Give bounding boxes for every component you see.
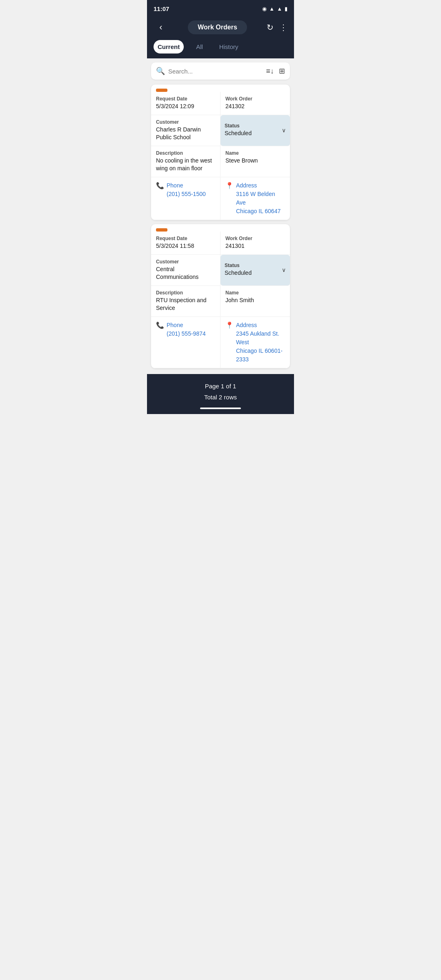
work-order-label: Work Order — [225, 96, 285, 102]
description-label: Description — [156, 150, 215, 156]
status-value-2: Scheduled — [225, 269, 252, 277]
filter-button[interactable]: ≡↓ — [266, 67, 274, 76]
customer-cell: Customer Charles R Darwin Public School — [151, 115, 220, 146]
status-cell-2[interactable]: Status Scheduled ∨ — [220, 255, 290, 286]
customer-cell-2: Customer Central Communications — [151, 255, 220, 286]
phone-icon: 📞 — [156, 182, 164, 189]
status-value: Scheduled — [225, 129, 252, 138]
work-order-label-2: Work Order — [225, 236, 285, 241]
request-date-value-2: 5/3/2024 11:58 — [156, 242, 215, 250]
description-cell: Description No cooling in the west wing … — [151, 146, 220, 177]
address-cell-2[interactable]: 📍 Address 2345 Aukland St. WestChicago I… — [220, 317, 290, 368]
name-label: Name — [225, 150, 285, 156]
header: ‹ Work Orders ↻ ⋮ — [147, 16, 294, 40]
status-bar: 11:07 ◉ ▲ ▲ ▮ — [147, 0, 294, 16]
signal-icon: ▲ — [277, 6, 282, 12]
add-button[interactable]: ⊞ — [279, 67, 285, 76]
customer-value: Charles R Darwin Public School — [156, 126, 215, 142]
customer-label-2: Customer — [156, 259, 215, 265]
phone-cell[interactable]: 📞 Phone (201) 555-1500 — [151, 177, 220, 220]
request-date-cell-2: Request Date 5/3/2024 11:58 — [151, 232, 220, 255]
phone-icon-2: 📞 — [156, 321, 164, 329]
card-accent-2 — [156, 228, 167, 232]
address-icon-2: 📍 — [225, 321, 234, 329]
header-actions: ↻ ⋮ — [267, 22, 287, 32]
address-link-2[interactable]: 📍 Address 2345 Aukland St. WestChicago I… — [225, 321, 285, 364]
address-icon: 📍 — [225, 182, 234, 189]
work-order-card-2[interactable]: Request Date 5/3/2024 11:58 Work Order 2… — [151, 224, 290, 368]
header-title: Work Orders — [188, 20, 247, 34]
status-label: Status — [225, 123, 252, 129]
footer: Page 1 of 1 Total 2 rows — [147, 374, 294, 414]
customer-value-2: Central Communications — [156, 265, 215, 281]
phone-link-2[interactable]: 📞 Phone (201) 555-9874 — [156, 321, 215, 338]
request-date-label: Request Date — [156, 96, 215, 102]
address-link[interactable]: 📍 Address 3116 W Belden AveChicago IL 60… — [225, 181, 285, 216]
request-date-value: 5/3/2024 12:09 — [156, 102, 215, 111]
work-order-number-cell-2: Work Order 241301 — [220, 232, 290, 255]
status-chevron-icon-2: ∨ — [282, 267, 286, 273]
address-text: Address 3116 W Belden AveChicago IL 6064… — [236, 181, 285, 216]
refresh-button[interactable]: ↻ — [267, 22, 274, 32]
address-cell[interactable]: 📍 Address 3116 W Belden AveChicago IL 60… — [220, 177, 290, 220]
name-cell: Name Steve Brown — [220, 146, 290, 177]
work-orders-list: Request Date 5/3/2024 12:09 Work Order 2… — [147, 83, 294, 370]
work-order-value: 241302 — [225, 102, 285, 111]
status-info: Status Scheduled — [225, 123, 252, 138]
status-chevron-icon: ∨ — [282, 127, 286, 134]
customer-label: Customer — [156, 119, 215, 125]
name-label-2: Name — [225, 290, 285, 296]
work-order-value-2: 241301 — [225, 242, 285, 250]
status-time: 11:07 — [154, 5, 169, 12]
wifi-icon: ▲ — [269, 6, 274, 12]
description-value: No cooling in the west wing on main floo… — [156, 157, 215, 173]
phone-text-2: Phone (201) 555-9874 — [167, 321, 206, 338]
address-text-2: Address 2345 Aukland St. WestChicago IL … — [236, 321, 285, 364]
work-order-number-cell: Work Order 241302 — [220, 92, 290, 115]
name-cell-2: Name John Smith — [220, 286, 290, 317]
phone-link[interactable]: 📞 Phone (201) 555-1500 — [156, 181, 215, 198]
description-cell-2: Description RTU Inspection and Service — [151, 286, 220, 317]
back-button[interactable]: ‹ — [154, 22, 168, 33]
status-icons: ◉ ▲ ▲ ▮ — [262, 6, 287, 12]
card-grid: Request Date 5/3/2024 12:09 Work Order 2… — [151, 92, 290, 220]
search-input[interactable] — [168, 68, 261, 75]
request-date-label-2: Request Date — [156, 236, 215, 241]
tabs: Current All History — [147, 40, 294, 58]
search-icon: 🔍 — [156, 67, 165, 76]
more-button[interactable]: ⋮ — [279, 22, 287, 32]
status-cell[interactable]: Status Scheduled ∨ — [220, 115, 290, 146]
description-label-2: Description — [156, 290, 215, 296]
name-value: Steve Brown — [225, 157, 285, 165]
card-accent — [156, 89, 167, 92]
total-rows: Total 2 rows — [147, 392, 294, 403]
work-order-card-1[interactable]: Request Date 5/3/2024 12:09 Work Order 2… — [151, 85, 290, 220]
description-value-2: RTU Inspection and Service — [156, 296, 215, 312]
tab-all[interactable]: All — [192, 40, 207, 53]
home-indicator — [200, 408, 241, 409]
tab-history[interactable]: History — [215, 40, 243, 53]
tab-current[interactable]: Current — [154, 40, 184, 53]
phone-text: Phone (201) 555-1500 — [167, 181, 206, 198]
phone-cell-2[interactable]: 📞 Phone (201) 555-9874 — [151, 317, 220, 368]
location-icon: ◉ — [262, 6, 267, 12]
request-date-cell: Request Date 5/3/2024 12:09 — [151, 92, 220, 115]
card-grid-2: Request Date 5/3/2024 11:58 Work Order 2… — [151, 232, 290, 368]
status-label-2: Status — [225, 263, 252, 268]
battery-icon: ▮ — [285, 6, 287, 12]
search-bar: 🔍 ≡↓ ⊞ — [151, 62, 290, 80]
name-value-2: John Smith — [225, 296, 285, 305]
page-info: Page 1 of 1 — [147, 381, 294, 392]
status-info-2: Status Scheduled — [225, 263, 252, 277]
